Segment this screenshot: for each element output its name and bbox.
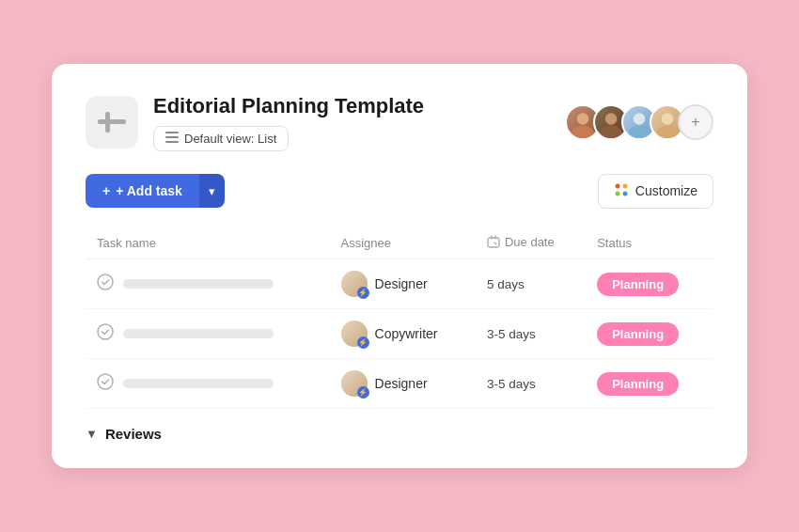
- due-date-icon: [487, 235, 500, 248]
- due-date-cell: 5 days: [476, 259, 586, 309]
- col-task-name: Task name: [86, 227, 330, 259]
- svg-rect-0: [98, 119, 126, 124]
- task-table: Task name Assignee Due date: [86, 227, 713, 410]
- status-badge: Planning: [597, 273, 679, 296]
- due-date-cell: 3-5 days: [476, 359, 586, 409]
- chevron-down-icon: ▼: [86, 427, 98, 441]
- assignee-name: Copywriter: [375, 326, 438, 341]
- add-icon: +: [102, 183, 110, 198]
- assignee-avatar: ⚡: [341, 370, 368, 397]
- check-icon: [97, 323, 114, 345]
- svg-point-8: [600, 126, 621, 140]
- table-row: ⚡ Copywriter 3-5 days Planning: [86, 309, 713, 359]
- status-cell: Planning: [586, 309, 713, 359]
- task-name-cell: [86, 359, 330, 409]
- add-task-dropdown-button[interactable]: ▾: [199, 174, 225, 208]
- main-card: Editorial Planning Template Default view…: [52, 64, 747, 469]
- lightning-badge: ⚡: [357, 287, 369, 299]
- svg-point-11: [662, 113, 674, 125]
- status-cell: Planning: [586, 359, 713, 409]
- reviews-section[interactable]: ▼ Reviews: [86, 409, 713, 442]
- svg-point-9: [634, 113, 646, 125]
- add-task-label: + Add task: [116, 183, 182, 198]
- svg-point-19: [98, 324, 113, 339]
- view-label: Default view: List: [184, 132, 276, 146]
- view-badge[interactable]: Default view: List: [153, 126, 289, 151]
- customize-button[interactable]: Customize: [598, 174, 713, 209]
- svg-rect-17: [488, 238, 499, 247]
- svg-point-12: [656, 126, 678, 140]
- header: Editorial Planning Template Default view…: [86, 94, 713, 151]
- assignee-cell: ⚡ Copywriter: [330, 309, 476, 359]
- table-row: ⚡ Designer 5 days Planning: [86, 259, 713, 309]
- svg-point-20: [98, 374, 113, 389]
- svg-point-18: [98, 274, 113, 289]
- svg-point-16: [622, 191, 627, 196]
- task-name-cell: [86, 259, 330, 309]
- task-bar: [123, 329, 274, 338]
- assignee-avatar: ⚡: [341, 321, 368, 347]
- status-badge: Planning: [597, 372, 679, 396]
- reviews-label: Reviews: [105, 426, 162, 442]
- svg-point-15: [615, 191, 619, 196]
- add-member-button[interactable]: +: [678, 104, 713, 140]
- assignee-name: Designer: [375, 376, 428, 391]
- col-status: Status: [586, 227, 713, 259]
- svg-point-5: [577, 113, 589, 125]
- svg-point-14: [622, 183, 627, 188]
- check-icon: [97, 373, 114, 395]
- customize-label: Customize: [635, 183, 697, 198]
- header-title-area: Editorial Planning Template Default view…: [153, 94, 424, 151]
- due-date-value: 3-5 days: [487, 327, 536, 341]
- task-name-cell: [86, 309, 330, 359]
- table-row: ⚡ Designer 3-5 days Planning: [86, 359, 713, 409]
- due-date-value: 5 days: [487, 277, 525, 291]
- svg-rect-4: [165, 141, 179, 143]
- lightning-badge: ⚡: [357, 336, 369, 349]
- svg-point-13: [615, 183, 619, 188]
- app-icon: [86, 96, 138, 149]
- col-due-date: Due date: [476, 227, 586, 259]
- check-icon: [97, 274, 114, 295]
- status-badge: Planning: [597, 322, 679, 346]
- customize-icon: [614, 182, 629, 200]
- status-cell: Planning: [586, 259, 713, 309]
- task-bar: [123, 379, 274, 388]
- assignee-avatar: ⚡: [341, 271, 368, 297]
- task-bar: [123, 279, 274, 289]
- header-left: Editorial Planning Template Default view…: [86, 94, 424, 151]
- col-assignee: Assignee: [330, 227, 476, 259]
- svg-rect-3: [165, 136, 179, 138]
- due-date-value: 3-5 days: [487, 377, 536, 391]
- svg-point-7: [605, 113, 618, 125]
- svg-point-6: [572, 126, 593, 140]
- toolbar: + + Add task ▾ Customize: [86, 174, 713, 209]
- lightning-badge: ⚡: [357, 386, 369, 399]
- list-view-icon: [165, 131, 179, 147]
- add-task-button[interactable]: + + Add task: [86, 174, 199, 208]
- svg-rect-1: [105, 112, 110, 133]
- svg-rect-2: [165, 132, 179, 133]
- add-task-group: + + Add task ▾: [86, 174, 225, 208]
- chevron-down-icon: ▾: [209, 184, 215, 198]
- avatars-group: +: [565, 104, 713, 140]
- assignee-cell: ⚡ Designer: [330, 359, 476, 409]
- assignee-name: Designer: [375, 276, 428, 291]
- assignee-cell: ⚡ Designer: [330, 259, 476, 309]
- page-title: Editorial Planning Template: [153, 94, 424, 118]
- svg-point-10: [628, 126, 650, 140]
- due-date-cell: 3-5 days: [476, 309, 586, 359]
